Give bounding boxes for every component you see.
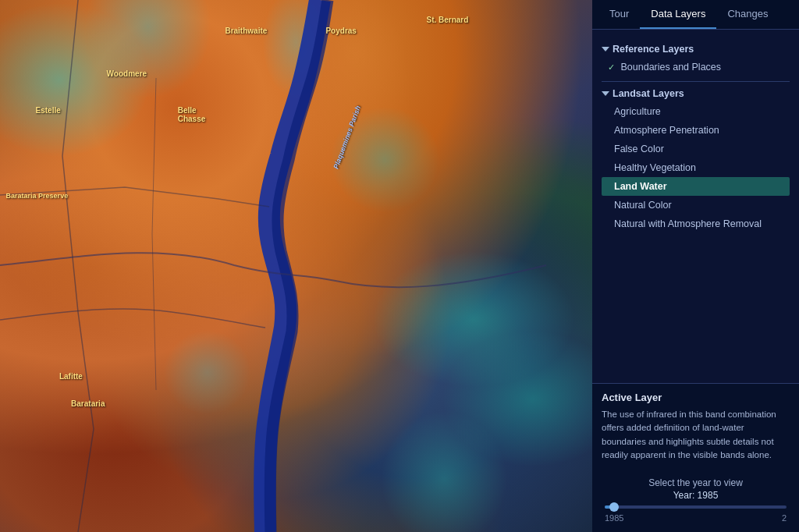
slider-max-label: 2 — [782, 513, 787, 523]
check-icon: ✓ — [608, 62, 615, 72]
layer-natural-atmosphere[interactable]: Natural with Atmosphere Removal — [602, 215, 790, 233]
reference-layers-header: Reference Layers — [602, 44, 790, 55]
tab-tour[interactable]: Tour — [598, 0, 640, 29]
collapse-landsat-icon[interactable] — [602, 91, 609, 96]
landsat-layers-header: Landsat Layers — [602, 88, 790, 99]
layer-agriculture[interactable]: Agriculture — [602, 102, 790, 121]
year-select-label: Select the year to view — [602, 477, 790, 488]
tab-changes[interactable]: Changes — [716, 0, 779, 29]
tab-data-layers[interactable]: Data Layers — [640, 0, 716, 29]
year-slider-container: 1985 2 — [602, 505, 790, 524]
collapse-reference-icon[interactable] — [602, 47, 609, 51]
section-divider — [602, 81, 790, 82]
layer-land-water[interactable]: Land Water — [602, 177, 790, 196]
layer-false-color[interactable]: False Color — [602, 140, 790, 158]
current-year-display: Year: 1985 — [602, 490, 790, 501]
active-layer-title: Active Layer — [602, 392, 790, 403]
slider-min-label: 1985 — [605, 513, 623, 523]
layer-boundaries[interactable]: ✓ Boundaries and Places — [602, 58, 790, 76]
active-layer-section: Active Layer The use of infrared in this… — [592, 383, 799, 477]
panel-content: Reference Layers ✓ Boundaries and Places… — [592, 30, 799, 383]
layer-natural-color[interactable]: Natural Color — [602, 196, 790, 215]
active-layer-description: The use of infrared in this band combina… — [602, 408, 790, 462]
tab-bar: Tour Data Layers Changes — [592, 0, 799, 30]
river-layer — [0, 0, 592, 532]
right-panel: Tour Data Layers Changes Reference Layer… — [592, 0, 799, 532]
layer-atmosphere-penetration[interactable]: Atmosphere Penetration — [602, 121, 790, 140]
layer-healthy-vegetation[interactable]: Healthy Vegetation — [602, 158, 790, 177]
slider-labels: 1985 2 — [605, 512, 787, 524]
slider-track — [605, 505, 787, 509]
slider-thumb[interactable] — [609, 502, 619, 512]
map-canvas[interactable]: Braithwaite Poydras St. Bernard Woodmere… — [0, 0, 592, 532]
year-selector-section: Select the year to view Year: 1985 1985 … — [592, 477, 799, 532]
